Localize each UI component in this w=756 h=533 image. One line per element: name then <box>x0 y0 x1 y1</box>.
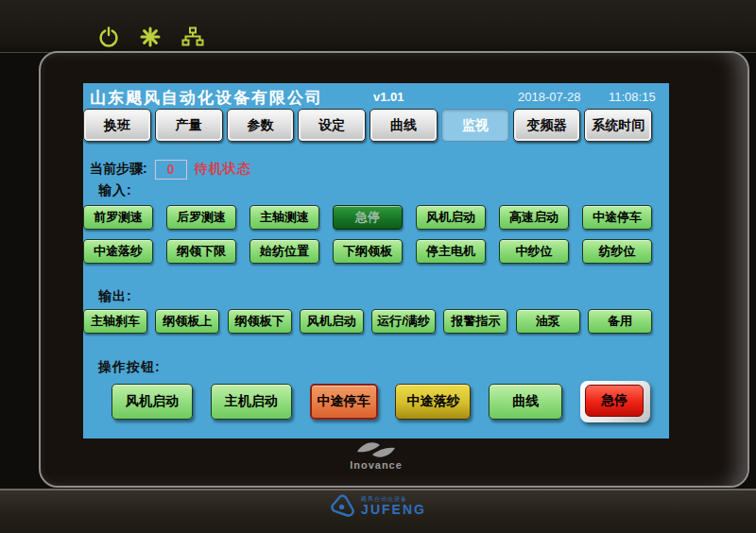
output-lamp: 报警指示 <box>443 309 507 334</box>
system-date: 2018-07-28 <box>518 90 581 104</box>
device-top-housing <box>0 0 756 53</box>
input-section-label: 输入: <box>98 182 132 199</box>
input-lamp: 纺纱位 <box>582 239 652 264</box>
input-lamp-row-2: 中途落纱 纲领下限 始纺位置 下纲领板 停主电机 中纱位 纺纱位 <box>83 239 652 264</box>
output-section-label: 输出: <box>98 288 132 305</box>
input-lamp: 后罗测速 <box>166 205 236 230</box>
operation-section-label: 操作按钮: <box>98 359 161 376</box>
input-lamp: 中途落纱 <box>83 239 153 264</box>
mid-stop-button[interactable]: 中途停车 <box>310 384 378 420</box>
machine-status-text: 待机状态 <box>195 161 251 178</box>
main-machine-start-button[interactable]: 主机启动 <box>211 384 292 420</box>
input-lamp-emergency-stop: 急停 <box>333 205 403 230</box>
input-lamp: 前罗测速 <box>83 205 153 230</box>
output-lamp-row: 主轴刹车 纲领板上 纲领板下 风机启动 运行/满纱 报警指示 油泵 备用 <box>83 309 652 334</box>
tab-parameters[interactable]: 参数 <box>227 109 295 142</box>
fan-start-button[interactable]: 风机启动 <box>112 384 193 420</box>
output-lamp: 运行/满纱 <box>371 309 436 334</box>
output-lamp: 油泵 <box>516 309 580 334</box>
input-lamp: 中纱位 <box>499 239 569 264</box>
current-step-row: 当前步骤: 0 待机状态 <box>90 159 251 180</box>
output-lamp: 主轴刹车 <box>83 309 147 334</box>
current-step-label: 当前步骤: <box>90 161 147 178</box>
tab-settings[interactable]: 设定 <box>298 109 366 142</box>
input-lamp: 高速启动 <box>499 205 569 230</box>
status-indicators <box>98 26 204 47</box>
inovance-brand-text: Inovance <box>83 459 669 471</box>
input-lamp: 主轴测速 <box>249 205 319 230</box>
tab-production[interactable]: 产量 <box>155 109 223 142</box>
current-step-value: 0 <box>155 160 187 180</box>
input-lamp: 始纺位置 <box>249 239 319 264</box>
input-lamp: 风机启动 <box>416 205 486 230</box>
monitor-front-panel: 山东飓风自动化设备有限公司 v1.01 2018-07-28 11:08:15 … <box>39 51 749 488</box>
jufeng-triangle-icon <box>330 494 354 519</box>
power-icon <box>98 26 119 47</box>
jufeng-brand-text: JUFENG <box>361 503 426 517</box>
input-lamp: 停主电机 <box>416 239 486 264</box>
emergency-stop-button[interactable]: 急停 <box>580 381 650 422</box>
tab-monitor[interactable]: 监视 <box>441 109 509 142</box>
inovance-swoosh-icon <box>354 440 398 459</box>
firmware-version: v1.01 <box>373 90 404 104</box>
output-lamp: 备用 <box>588 309 652 334</box>
input-lamp-row-1: 前罗测速 后罗测速 主轴测速 急停 风机启动 高速启动 中途停车 <box>83 205 652 230</box>
system-time: 11:08:15 <box>609 90 656 104</box>
page-title: 山东飓风自动化设备有限公司 <box>90 87 323 109</box>
output-lamp: 风机启动 <box>300 309 364 334</box>
asterisk-icon <box>140 26 161 47</box>
tab-system-time[interactable]: 系统时间 <box>584 109 652 142</box>
inovance-logo: Inovance <box>83 440 669 471</box>
curve-button[interactable]: 曲线 <box>489 384 562 420</box>
output-lamp: 纲领板上 <box>155 309 219 334</box>
operation-button-row: 风机启动 主机启动 中途停车 中途落纱 曲线 急停 <box>112 381 650 422</box>
tab-curve[interactable]: 曲线 <box>369 109 438 142</box>
network-icon <box>181 26 204 47</box>
output-lamp: 纲领板下 <box>228 309 292 334</box>
jufeng-logo: 飓风自动化设备 JUFENG <box>0 494 756 519</box>
input-lamp: 下纲领板 <box>333 239 403 264</box>
tab-bar: 换班 产量 参数 设定 曲线 监视 变频器 系统时间 <box>83 109 652 142</box>
emergency-stop-button-face[interactable]: 急停 <box>585 385 644 417</box>
tab-inverter[interactable]: 变频器 <box>513 109 581 142</box>
hmi-screen: 山东飓风自动化设备有限公司 v1.01 2018-07-28 11:08:15 … <box>83 83 669 438</box>
tab-shift-change[interactable]: 换班 <box>83 109 151 142</box>
mid-doffing-button[interactable]: 中途落纱 <box>395 384 471 420</box>
input-lamp: 中途停车 <box>582 205 652 230</box>
input-lamp: 纲领下限 <box>166 239 236 264</box>
device-base: 飓风自动化设备 JUFENG <box>0 489 756 533</box>
